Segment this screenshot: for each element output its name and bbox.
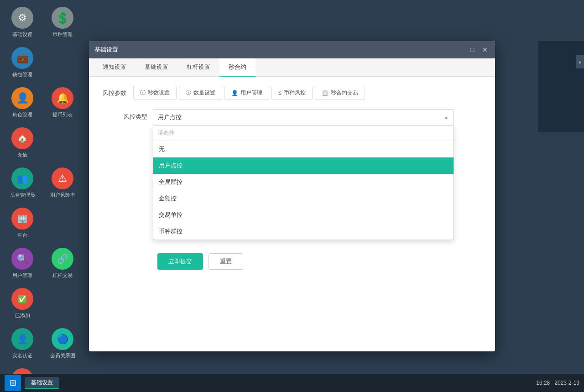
sidebar-item-coin-management[interactable]: 💲 币种管理 <box>42 2 83 42</box>
sidebar-item-label: 杠杆交易 <box>52 272 73 278</box>
sidebar-item-label: 充值 <box>17 152 27 158</box>
window-controls: ─ □ ✕ <box>455 45 490 54</box>
risk-type-dropdown: 请选择 无 用户点控 全局群控 金额控 交易单控 币种群控 <box>153 125 454 240</box>
taskbar-left: ⊞ 基础设置 <box>5 375 59 391</box>
start-button[interactable]: ⊞ <box>5 375 21 391</box>
sidebar-item-platform2[interactable]: 🏢 平台 <box>2 203 42 243</box>
sidebar-item-real-name[interactable]: 👤 实名认证 <box>2 324 42 364</box>
risk-type-control: 用户点控 ▲ 请选择 无 用户点控 全局群控 金额控 交易单控 币种群控 <box>153 109 481 125</box>
taskbar-active-item[interactable]: 基础设置 <box>25 377 59 389</box>
reset-button[interactable]: 重置 <box>209 253 243 270</box>
wallet-icon: 💼 <box>11 47 33 69</box>
sidebar-item-label: 角色管理 <box>12 112 32 118</box>
user-icon: 👤 <box>231 90 238 96</box>
dropdown-item-single-trade[interactable]: 交易单控 <box>153 207 454 223</box>
relation-icon: 🔵 <box>52 328 73 350</box>
sub-tab-futures-trade[interactable]: 📋 秒合约交易 <box>315 86 365 100</box>
modal-titlebar: 基础设置 ─ □ ✕ <box>89 41 495 58</box>
maximize-button[interactable]: □ <box>468 45 477 54</box>
minimize-button[interactable]: ─ <box>455 45 464 54</box>
dropdown-search-hint: 请选择 <box>153 125 454 141</box>
sub-tab-quantity-settings[interactable]: ⓘ 数量设置 <box>179 86 222 100</box>
sub-tab-user-management[interactable]: 👤 用户管理 <box>224 86 269 100</box>
gear-icon: ⚙ <box>11 7 33 29</box>
dropdown-item-amount-control[interactable]: 金额控 <box>153 190 454 207</box>
modal-body: 风控参数 ⓘ 秒数设置 ⓘ 数量设置 👤 用户管理 $ 币种风控 <box>89 77 495 351</box>
sidebar-item-basic-settings[interactable]: ⚙ 基础设置 <box>2 2 42 42</box>
role-icon: 👤 <box>11 87 33 109</box>
desktop: ⚙ 基础设置 💲 币种管理 💼 钱包管理 👤 角色管理 🔔 提币列表 🏠 充值 <box>0 0 584 392</box>
sub-tabs-label: 风控参数 <box>103 89 126 97</box>
leverage-icon: 🔗 <box>52 248 73 270</box>
alert-icon: 🔔 <box>52 87 73 109</box>
dropdown-item-all-group[interactable]: 全局群控 <box>153 174 454 190</box>
modal-basic-settings: 基础设置 ─ □ ✕ 通知设置 基础设置 杠杆设置 秒合约 风控参数 ⓘ 秒数设… <box>89 41 495 351</box>
sub-tab-coin-risk[interactable]: $ 币种风控 <box>271 86 313 100</box>
sidebar-item-label: 币种管理 <box>52 31 73 37</box>
sidebar-item-user-management[interactable]: 🔍 用户管理 <box>2 243 42 283</box>
sidebar-item-label: 平台 <box>17 232 27 238</box>
sidebar-item-role-management[interactable]: 👤 角色管理 <box>2 83 42 123</box>
sidebar-item-recharge-list[interactable]: 🔔 提币列表 <box>42 83 83 123</box>
coin-icon: 💲 <box>52 7 73 29</box>
chevron-up-icon: ▲ <box>443 114 449 120</box>
taskbar-right: 16:28 2023-2-19 <box>536 380 579 386</box>
taskbar: ⊞ 基础设置 16:28 2023-2-19 <box>0 374 584 392</box>
admin-icon: 👥 <box>11 167 33 189</box>
sidebar-item-label: 实名认证 <box>12 353 32 359</box>
circle-info-icon: ⓘ <box>140 89 146 97</box>
sidebar-item-leverage-trade[interactable]: 🔗 杠杆交易 <box>42 243 83 283</box>
sidebar-item-user-risk[interactable]: ⚠ 用户风险率 <box>42 163 83 203</box>
sidebar-item-label: 已添加 <box>15 313 30 319</box>
platform-icon: 🏠 <box>11 127 33 149</box>
tab-leverage[interactable]: 杠杆设置 <box>177 58 219 77</box>
tab-notification[interactable]: 通知设置 <box>94 58 136 77</box>
taskbar-date: 2023-2-19 <box>554 380 579 386</box>
sidebar-item-member-relation[interactable]: 🔵 会员关系图 <box>42 324 83 364</box>
sidebar-item-label: 会员关系图 <box>50 353 75 359</box>
tab-futures[interactable]: 秒合约 <box>219 58 256 77</box>
risk-icon: ⚠ <box>52 167 73 189</box>
sidebar-item-label: 钱包管理 <box>12 72 32 78</box>
risk-type-select[interactable]: 用户点控 ▲ <box>153 109 454 125</box>
sidebar-item-label: 提币列表 <box>52 112 73 118</box>
user-search-icon: 🔍 <box>11 248 33 270</box>
sidebar-item-label: 基础设置 <box>12 31 32 37</box>
sidebar-item-label: 用户风险率 <box>50 192 75 198</box>
sidebar: ⚙ 基础设置 💲 币种管理 💼 钱包管理 👤 角色管理 🔔 提币列表 🏠 充值 <box>0 0 80 374</box>
modal-tabs: 通知设置 基础设置 杠杆设置 秒合约 <box>89 58 495 77</box>
sidebar-item-added[interactable]: ✅ 已添加 <box>2 283 42 324</box>
sidebar-item-admin[interactable]: 👥 后台管理员 <box>2 163 42 203</box>
dollar-icon: $ <box>278 90 282 96</box>
tab-basic[interactable]: 基础设置 <box>136 58 177 77</box>
sidebar-item-label: 用户管理 <box>12 272 32 278</box>
info2-icon: ⓘ <box>186 89 191 97</box>
sidebar-item-wallet-management[interactable]: 💼 钱包管理 <box>2 42 42 83</box>
submit-button[interactable]: 立即提交 <box>157 253 203 270</box>
dropdown-item-coin-group[interactable]: 币种群控 <box>153 223 454 240</box>
sidebar-item-platform[interactable]: 🏠 充值 <box>2 123 42 163</box>
modal-title: 基础设置 <box>94 46 118 54</box>
right-panel: ▲ <box>538 41 584 132</box>
platform2-icon: 🏢 <box>11 208 33 230</box>
dropdown-item-none[interactable]: 无 <box>153 141 454 157</box>
form-row-risk-type: 风控类型 用户点控 ▲ 请选择 无 用户点控 全局群控 金额控 交易单控 币种 <box>103 109 481 125</box>
risk-type-value: 用户点控 <box>158 113 182 121</box>
doc-icon: 📋 <box>322 90 328 96</box>
taskbar-time: 16:28 <box>536 380 550 386</box>
realname-icon: 👤 <box>11 328 33 350</box>
risk-type-label: 风控类型 <box>103 109 153 121</box>
sidebar-item-label: 后台管理员 <box>10 192 35 198</box>
close-button[interactable]: ✕ <box>480 45 490 54</box>
sub-tab-second-settings[interactable]: ⓘ 秒数设置 <box>133 86 177 100</box>
btn-row: 立即提交 重置 <box>103 253 481 270</box>
added-icon: ✅ <box>11 288 33 310</box>
sub-tabs-row: 风控参数 ⓘ 秒数设置 ⓘ 数量设置 👤 用户管理 $ 币种风控 <box>103 86 481 100</box>
dropdown-item-user-control[interactable]: 用户点控 <box>153 157 454 174</box>
